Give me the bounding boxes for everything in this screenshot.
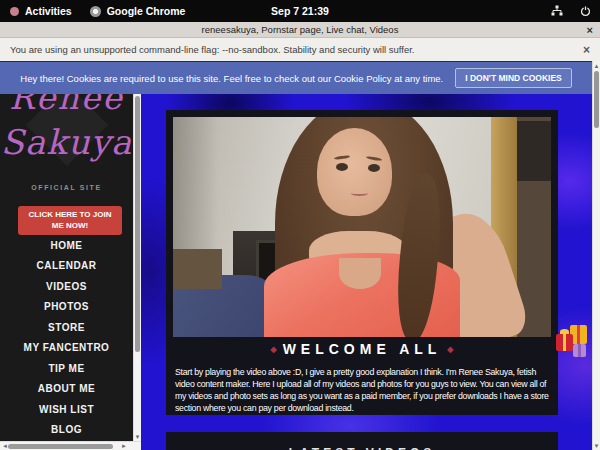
- main-content-panel: ◆WELCOME ALL◆ Start by playing the video…: [166, 110, 558, 415]
- welcome-heading: ◆WELCOME ALL◆: [166, 341, 558, 357]
- video-still-eye-left: [336, 163, 348, 171]
- window-title-bar: reneesakuya, Pornstar page, Live chat, V…: [0, 22, 600, 38]
- video-still-box: [173, 249, 222, 289]
- scroll-down-arrow-icon[interactable]: ▼: [134, 432, 141, 441]
- cookie-consent-bar: Hey there! Cookies are required to use t…: [0, 62, 592, 94]
- sidebar-item-home[interactable]: HOME: [0, 235, 133, 256]
- infobar-close-icon[interactable]: ×: [583, 43, 590, 57]
- scroll-down-arrow-icon[interactable]: ▼: [593, 441, 600, 450]
- sidebar-frame: Renee Sakuya OFFICIAL SITE CLICK HERE TO…: [0, 94, 141, 441]
- scroll-right-arrow-icon[interactable]: ►: [120, 442, 128, 450]
- welcome-heading-text: WELCOME ALL: [283, 341, 442, 357]
- site-tagline: OFFICIAL SITE: [0, 184, 133, 191]
- browser-scrollbar-thumb[interactable]: [594, 71, 599, 128]
- desktop-screen: Activities Google Chrome Sep 7 21:39 ren…: [0, 0, 600, 450]
- sidebar-vertical-scrollbar-thumb[interactable]: [135, 96, 140, 352]
- clock-button[interactable]: Sep 7 21:39: [271, 5, 329, 17]
- tab-title: reneesakuya, Pornstar page, Live chat, V…: [202, 24, 399, 35]
- sidebar: Renee Sakuya OFFICIAL SITE CLICK HERE TO…: [0, 94, 133, 441]
- video-still-eye-right: [368, 164, 380, 172]
- activities-indicator-icon: [10, 7, 19, 16]
- browser-scrollbar[interactable]: ▲ ▼: [592, 61, 600, 450]
- video-still-shelf: [517, 121, 551, 180]
- gifts-widget[interactable]: [556, 322, 592, 364]
- sidebar-item-wish-list[interactable]: WISH LIST: [0, 399, 133, 420]
- diamond-decor-icon: ◆: [265, 345, 283, 354]
- power-icon[interactable]: [578, 5, 592, 18]
- sidebar-horizontal-scrollbar-thumb[interactable]: [8, 444, 113, 449]
- site-logo-first[interactable]: Renee: [0, 94, 133, 117]
- video-still-face: [317, 128, 393, 216]
- join-now-button[interactable]: CLICK HERE TO JOIN ME NOW!: [18, 206, 122, 235]
- sidebar-item-my-fancentro[interactable]: MY FANCENTRO: [0, 338, 133, 359]
- chrome-icon: [90, 6, 101, 17]
- sidebar-vertical-scrollbar[interactable]: ▼: [133, 94, 141, 441]
- activities-button[interactable]: Activities: [10, 5, 72, 17]
- sidebar-item-store[interactable]: STORE: [0, 317, 133, 338]
- page-viewport: Hey there! Cookies are required to use t…: [0, 61, 600, 450]
- system-bar-left: Activities Google Chrome: [10, 5, 185, 17]
- latest-videos-heading: LATEST VIDEOS: [166, 446, 558, 450]
- sidebar-item-photos[interactable]: PHOTOS: [0, 297, 133, 318]
- diamond-decor-icon: ◆: [441, 345, 459, 354]
- network-icon[interactable]: [550, 5, 564, 18]
- chrome-infobar: You are using an unsupported command-lin…: [0, 38, 600, 61]
- system-bar: Activities Google Chrome Sep 7 21:39: [0, 0, 600, 22]
- sidebar-horizontal-scrollbar[interactable]: ◄ ►: [0, 441, 141, 450]
- intro-video-player[interactable]: [173, 117, 551, 337]
- cookie-message: Hey there! Cookies are required to use t…: [20, 73, 443, 84]
- video-still-mouth: [351, 191, 368, 196]
- app-menu-label: Google Chrome: [107, 5, 186, 17]
- system-tray: [550, 5, 592, 18]
- activities-label: Activities: [25, 5, 72, 17]
- scroll-up-arrow-icon[interactable]: ▲: [593, 61, 600, 70]
- gift-red-icon: [556, 334, 573, 351]
- sidebar-item-videos[interactable]: VIDEOS: [0, 276, 133, 297]
- welcome-paragraph: Start by playing the video above :D, I g…: [175, 366, 549, 414]
- sidebar-item-tip-me[interactable]: TIP ME: [0, 358, 133, 379]
- video-still-neckline: [339, 258, 381, 289]
- gift-purple-icon: [573, 344, 586, 357]
- sidebar-item-blog[interactable]: BLOG: [0, 420, 133, 441]
- latest-videos-panel: LATEST VIDEOS: [166, 432, 558, 450]
- sidebar-menu: HOME CALENDAR VIDEOS PHOTOS STORE MY FAN…: [0, 235, 133, 440]
- cookie-accept-button[interactable]: I DON'T MIND COOKIES: [455, 68, 571, 88]
- sidebar-item-calendar[interactable]: CALENDAR: [0, 256, 133, 277]
- tab-close-icon[interactable]: ×: [587, 22, 593, 38]
- app-menu-button[interactable]: Google Chrome: [90, 5, 186, 17]
- sidebar-item-about-me[interactable]: ABOUT ME: [0, 379, 133, 400]
- site-logo-last[interactable]: Sakuya: [0, 122, 133, 162]
- infobar-message: You are using an unsupported command-lin…: [10, 44, 415, 55]
